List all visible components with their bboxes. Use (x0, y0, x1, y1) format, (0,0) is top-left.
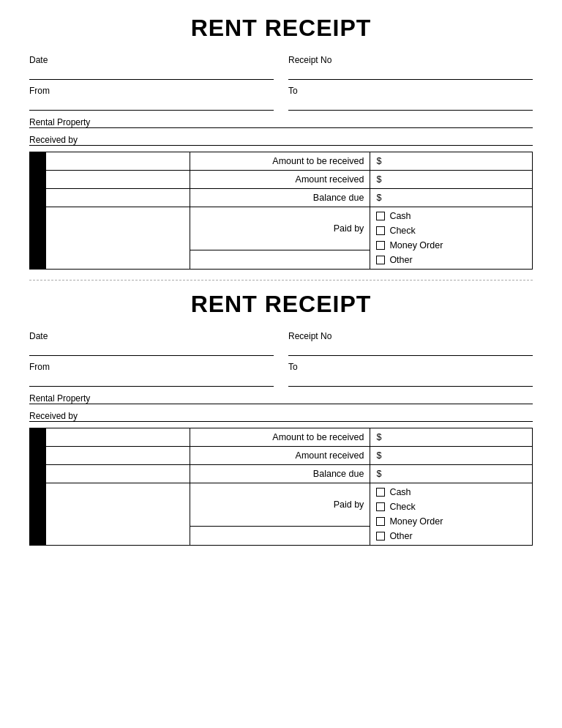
fields-section-1: Date Receipt No From To Rental Property (29, 55, 533, 146)
checkbox-other-label-1: Other (389, 255, 412, 265)
date-line-1[interactable] (29, 67, 274, 80)
date-field-1: Date (29, 55, 274, 80)
amount-to-be-received-label-2: Amount to be received (190, 428, 370, 447)
rental-property-label-1: Rental Property (29, 117, 90, 127)
checkbox-other-box-2[interactable] (376, 532, 385, 541)
spacer-1c (46, 189, 190, 207)
amount-received-value-2[interactable]: $ (370, 447, 533, 465)
receipt-title-2: RENT RECEIPT (29, 291, 533, 318)
receiptno-line-2[interactable] (288, 343, 533, 356)
paid-by-spacer-1 (46, 207, 190, 270)
amount-to-be-received-value-2[interactable]: $ (370, 428, 533, 447)
amount-received-row-2: Amount received $ (30, 447, 533, 465)
date-receiptno-row-1: Date Receipt No (29, 55, 533, 80)
receipt-title-1: RENT RECEIPT (29, 15, 533, 42)
black-bar-1 (30, 152, 46, 270)
to-line-1[interactable] (288, 97, 533, 111)
checkbox-moneyorder-1[interactable]: Money Order (376, 240, 526, 250)
receiptno-field-1: Receipt No (288, 55, 533, 80)
amount-received-label-1: Amount received (190, 171, 370, 189)
from-to-row-1: From To (29, 86, 533, 111)
spacer-1b (46, 171, 190, 189)
received-by-section-2: Received by (29, 410, 533, 422)
paid-by-empty-2 (190, 527, 370, 546)
receiptno-line-1[interactable] (288, 67, 533, 80)
separator (29, 280, 533, 281)
rental-property-section-1: Rental Property (29, 116, 533, 128)
balance-due-label-1: Balance due (190, 189, 370, 207)
amount-received-row-1: Amount received $ (30, 171, 533, 189)
to-label-1: To (288, 86, 533, 96)
checkbox-cash-box-1[interactable] (376, 212, 385, 220)
checkbox-cash-box-2[interactable] (376, 488, 385, 497)
paid-by-spacer-2 (46, 483, 190, 546)
receipt-table-2: Amount to be received $ Amount received … (29, 428, 533, 546)
rental-property-line-2[interactable] (29, 404, 533, 404)
to-field-1: To (288, 86, 533, 111)
spacer-2c (46, 465, 190, 483)
paid-by-empty-1 (190, 250, 370, 270)
amount-to-be-received-label-1: Amount to be received (190, 152, 370, 171)
from-line-1[interactable] (29, 97, 274, 111)
balance-due-value-1[interactable]: $ (370, 189, 533, 207)
checkbox-check-label-1: Check (389, 226, 415, 236)
checkbox-cash-1[interactable]: Cash (376, 211, 526, 221)
checkboxes-2: Cash Check Money Order Other (370, 483, 533, 546)
from-line-2[interactable] (29, 374, 274, 387)
balance-due-value-2[interactable]: $ (370, 465, 533, 483)
to-label-2: To (288, 362, 533, 372)
checkbox-moneyorder-label-1: Money Order (389, 240, 443, 250)
to-field-2: To (288, 362, 533, 387)
amount-received-label-2: Amount received (190, 447, 370, 465)
date-label-1: Date (29, 55, 274, 65)
paid-by-label-1: Paid by (190, 207, 370, 250)
from-label-1: From (29, 86, 274, 96)
checkbox-other-label-2: Other (389, 531, 412, 541)
checkbox-check-1[interactable]: Check (376, 226, 526, 236)
checkbox-cash-2[interactable]: Cash (376, 487, 526, 497)
receipt-1: RENT RECEIPT Date Receipt No From To (29, 15, 533, 270)
checkbox-check-box-1[interactable] (376, 226, 385, 235)
received-by-label-1: Received by (29, 135, 78, 145)
spacer-2b (46, 447, 190, 465)
receipt-table-1: Amount to be received $ Amount received … (29, 152, 533, 270)
receiptno-label-2: Receipt No (288, 331, 533, 341)
paid-by-label-2: Paid by (190, 483, 370, 527)
date-line-2[interactable] (29, 343, 274, 356)
paid-by-row-1: Paid by Cash Check Money Order (30, 207, 533, 250)
balance-due-label-2: Balance due (190, 465, 370, 483)
checkbox-moneyorder-box-2[interactable] (376, 517, 385, 526)
checkbox-other-1[interactable]: Other (376, 255, 526, 265)
received-by-line-1[interactable] (29, 145, 533, 146)
date-receiptno-row-2: Date Receipt No (29, 331, 533, 356)
checkbox-cash-label-1: Cash (389, 211, 411, 221)
amount-to-be-received-value-1[interactable]: $ (370, 152, 533, 171)
checkbox-moneyorder-2[interactable]: Money Order (376, 516, 526, 527)
checkbox-moneyorder-label-2: Money Order (389, 516, 443, 527)
rental-property-line-1[interactable] (29, 127, 533, 128)
receiptno-field-2: Receipt No (288, 331, 533, 356)
from-field-2: From (29, 362, 274, 387)
checkbox-other-2[interactable]: Other (376, 531, 526, 541)
to-line-2[interactable] (288, 374, 533, 387)
checkbox-check-2[interactable]: Check (376, 502, 526, 512)
from-label-2: From (29, 362, 274, 372)
received-by-section-1: Received by (29, 134, 533, 146)
receipt-2: RENT RECEIPT Date Receipt No From To (29, 291, 533, 546)
checkboxes-1: Cash Check Money Order Other (370, 207, 533, 270)
from-to-row-2: From To (29, 362, 533, 387)
balance-due-row-2: Balance due $ (30, 465, 533, 483)
paid-by-row-2: Paid by Cash Check Money Order (30, 483, 533, 527)
spacer-2 (46, 428, 190, 447)
date-label-2: Date (29, 331, 274, 341)
received-by-line-2[interactable] (29, 421, 533, 422)
fields-section-2: Date Receipt No From To Rental Property (29, 331, 533, 422)
checkbox-check-label-2: Check (389, 502, 415, 512)
checkbox-moneyorder-box-1[interactable] (376, 241, 385, 250)
amount-to-be-received-row-1: Amount to be received $ (30, 152, 533, 171)
checkbox-other-box-1[interactable] (376, 256, 385, 264)
checkbox-check-box-2[interactable] (376, 502, 385, 511)
amount-received-value-1[interactable]: $ (370, 171, 533, 189)
rental-property-section-2: Rental Property (29, 393, 533, 404)
black-bar-2 (30, 428, 46, 546)
